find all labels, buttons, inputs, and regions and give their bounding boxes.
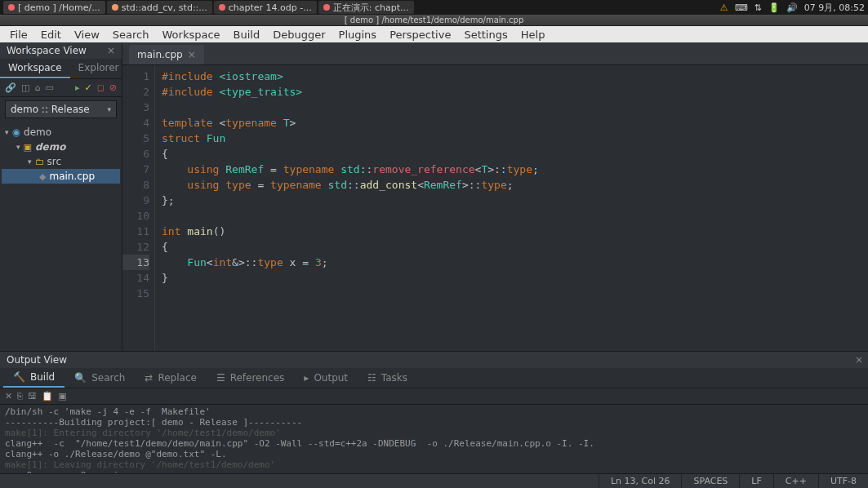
- warning-icon[interactable]: ⚠: [720, 2, 728, 13]
- status-eol[interactable]: LF: [739, 474, 772, 488]
- run-icon[interactable]: ▸: [75, 82, 80, 93]
- menu-help[interactable]: Help: [514, 29, 552, 41]
- chevron-down-icon: ▾: [28, 157, 32, 166]
- output-tab-replace[interactable]: ⇄Replace: [135, 368, 207, 388]
- main-content: Workspace View × Workspace Explorer 🔗 ◫ …: [0, 42, 868, 351]
- folder-icon: ▣: [24, 142, 32, 153]
- status-encoding[interactable]: UTF-8: [818, 474, 868, 488]
- status-spaces[interactable]: SPACES: [681, 474, 739, 488]
- code-content[interactable]: #include <iostream>#include <type_traits…: [155, 65, 539, 351]
- link-icon[interactable]: 🔗: [5, 82, 16, 93]
- line-number: 6: [122, 146, 149, 162]
- ref-icon: ☰: [216, 372, 225, 384]
- paste-icon[interactable]: 📋: [42, 391, 53, 401]
- volume-icon[interactable]: 🔊: [786, 2, 798, 13]
- output-line: ----------Building project:[ demo - Rele…: [5, 417, 863, 428]
- line-number: 3: [122, 100, 149, 115]
- build-config-select[interactable]: demo :: Release ▾: [5, 100, 117, 118]
- code-line: {: [162, 146, 539, 162]
- output-tab-tasks[interactable]: ☷Tasks: [358, 368, 417, 388]
- tab-workspace[interactable]: Workspace: [0, 59, 70, 78]
- line-number: 14: [122, 270, 149, 286]
- keyboard-icon[interactable]: ⌨: [735, 2, 748, 13]
- save-icon[interactable]: 🖫: [28, 391, 37, 401]
- code-line: [162, 208, 539, 224]
- editor-tab-main[interactable]: main.cpp ×: [129, 45, 204, 64]
- close-icon[interactable]: ×: [855, 354, 863, 366]
- sidebar-toolbar: 🔗 ◫ ⌂ ▭ ▸ ✓ ◻ ⊘: [0, 79, 122, 97]
- output-panel-title: Output View ×: [0, 352, 868, 368]
- tree-label: src: [47, 156, 62, 167]
- menu-perspective[interactable]: Perspective: [383, 29, 457, 41]
- line-number: 1: [122, 69, 149, 84]
- menu-settings[interactable]: Settings: [457, 29, 514, 41]
- down-icon[interactable]: ▣: [58, 391, 66, 401]
- folder-icon[interactable]: ▭: [45, 82, 53, 93]
- tree-project[interactable]: ▾ ▣ demo: [2, 140, 120, 154]
- chevron-down-icon: ▾: [16, 143, 20, 151]
- check-icon[interactable]: ✓: [84, 82, 91, 93]
- menubar: File Edit View Search Workspace Build De…: [0, 26, 868, 42]
- copy-icon[interactable]: ⎘: [17, 391, 23, 401]
- output-tab-references[interactable]: ☰References: [207, 368, 294, 388]
- output-line: clang++ -c "/home/test1/demo/demo/main.c…: [5, 438, 863, 449]
- output-tab-search[interactable]: 🔍Search: [65, 368, 135, 388]
- code-editor[interactable]: 1 2 3 4 5 6 7 8 9 10 11 12 13 14 15 #inc…: [122, 65, 868, 351]
- code-line: };: [162, 193, 539, 208]
- output-console[interactable]: /bin/sh -c 'make -j 4 -e -f Makefile'---…: [0, 405, 868, 473]
- code-line: [162, 286, 539, 301]
- updown-icon[interactable]: ⇅: [754, 2, 762, 13]
- tree-folder-src[interactable]: ▾ 🗀 src: [2, 154, 120, 169]
- menu-build[interactable]: Build: [227, 29, 267, 41]
- line-gutter: 1 2 3 4 5 6 7 8 9 10 11 12 13 14 15: [122, 65, 155, 351]
- tab-label: Replace: [158, 372, 196, 384]
- line-number: 8: [122, 177, 149, 193]
- clear-icon[interactable]: ✕: [5, 391, 12, 401]
- menu-search[interactable]: Search: [106, 29, 156, 41]
- clock[interactable]: 07 9月, 08:52: [804, 2, 865, 14]
- menu-edit[interactable]: Edit: [34, 29, 68, 41]
- nav-icon[interactable]: ◫: [21, 82, 29, 93]
- menu-view[interactable]: View: [68, 29, 106, 41]
- code-line: #include <type_traits>: [162, 84, 539, 100]
- code-line: template <typename T>: [162, 115, 539, 131]
- editor-tabs: main.cpp ×: [122, 42, 868, 65]
- menu-workspace[interactable]: Workspace: [155, 29, 226, 41]
- line-number: 15: [122, 286, 149, 301]
- tab-label: Build: [30, 371, 55, 383]
- tree-root[interactable]: ▾ ◉ demo: [2, 125, 120, 140]
- app-icon: [8, 4, 15, 11]
- menu-debugger[interactable]: Debugger: [266, 29, 332, 41]
- stop-icon[interactable]: ◻: [97, 82, 105, 93]
- taskbar-label: [ demo ] /Home/...: [18, 2, 100, 13]
- tab-label: Tasks: [381, 372, 407, 384]
- taskbar-label: 正在演示: chapt...: [333, 2, 409, 14]
- tree-file-main[interactable]: ◆ main.cpp: [2, 169, 120, 184]
- taskbar-item-3[interactable]: 正在演示: chapt...: [318, 1, 414, 14]
- menu-plugins[interactable]: Plugins: [332, 29, 384, 41]
- tree-label: main.cpp: [49, 171, 95, 182]
- code-line: }: [162, 270, 539, 286]
- line-number: 7: [122, 162, 149, 177]
- misc-icon[interactable]: ⊘: [109, 82, 117, 93]
- line-number: 12: [122, 239, 149, 255]
- menu-file[interactable]: File: [3, 29, 34, 41]
- output-tab-build[interactable]: 🔨Build: [3, 368, 65, 388]
- output-tab-output[interactable]: ▸Output: [294, 368, 358, 388]
- close-icon[interactable]: ×: [188, 49, 196, 60]
- taskbar-item-0[interactable]: [ demo ] /Home/...: [3, 1, 105, 14]
- tab-explorer[interactable]: Explorer: [70, 59, 127, 78]
- tab-label: main.cpp: [137, 49, 183, 60]
- output-panel: Output View × 🔨Build 🔍Search ⇄Replace ☰R…: [0, 351, 868, 473]
- output-tabs: 🔨Build 🔍Search ⇄Replace ☰References ▸Out…: [0, 368, 868, 388]
- status-cursor-pos[interactable]: Ln 13, Col 26: [599, 474, 682, 488]
- code-line: using RemRef = typename std::remove_refe…: [162, 162, 539, 177]
- code-line: #include <iostream>: [162, 69, 539, 84]
- taskbar-item-1[interactable]: std::add_cv, std::...: [107, 1, 212, 14]
- battery-icon[interactable]: 🔋: [768, 2, 780, 13]
- status-lang[interactable]: C++: [773, 474, 818, 488]
- out-icon: ▸: [304, 372, 309, 384]
- home-icon[interactable]: ⌂: [34, 82, 40, 93]
- close-icon[interactable]: ×: [107, 45, 115, 56]
- taskbar-item-2[interactable]: chapter 14.odp -...: [214, 1, 317, 14]
